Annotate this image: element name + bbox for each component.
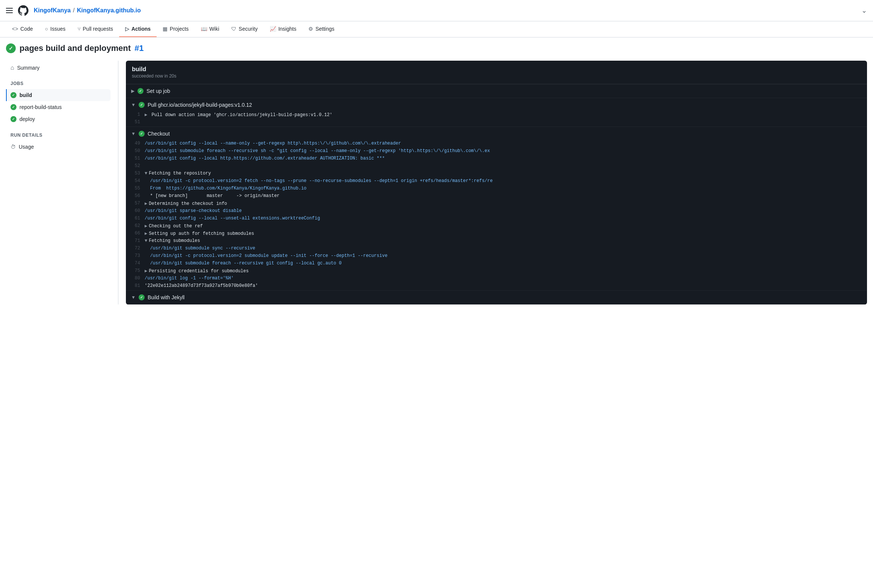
log-line[interactable]: 57 ▶Determining the checkout info [126, 200, 867, 208]
line-number: 53 [131, 171, 145, 176]
step-build-with-jekyll-header[interactable]: ▼ Build with Jekyll [126, 291, 867, 304]
log-line[interactable]: 53 ▼Fetching the repository [126, 170, 867, 178]
line-content: /usr/bin/git config --local http.https:/… [145, 156, 385, 161]
line-content: ▼Fetching the repository [145, 171, 211, 176]
line-content: /usr/bin/git submodule foreach --recursi… [145, 148, 490, 153]
log-line[interactable]: 55 From https://github.com/KingofKanya/K… [126, 185, 867, 193]
log-line[interactable]: 51 /usr/bin/git config --local http.http… [126, 155, 867, 163]
step-set-up-job-status [138, 88, 144, 94]
line-number: 80 [131, 276, 145, 281]
log-pane: build succeeded now in 20s ▶ Set up job … [126, 61, 867, 304]
projects-icon: ▦ [162, 26, 167, 32]
tab-code[interactable]: <> Code [6, 21, 39, 37]
step-set-up-job-header[interactable]: ▶ Set up job [126, 84, 867, 98]
log-line[interactable]: 54 /usr/bin/git -c protocol.version=2 fe… [126, 178, 867, 185]
tab-projects[interactable]: ▦ Projects [156, 21, 195, 37]
sidebar-job-build[interactable]: build [6, 89, 111, 101]
log-line[interactable]: 49 /usr/bin/git config --local --name-on… [126, 141, 867, 148]
line-number: 57 [131, 201, 145, 206]
log-line[interactable]: 50 /usr/bin/git submodule foreach --recu… [126, 148, 867, 155]
tab-settings[interactable]: ⚙ Settings [302, 21, 341, 37]
line-content: /usr/bin/git config --local --unset-all … [145, 216, 320, 221]
step-checkout: ▼ Checkout 49 /usr/bin/git config --loca… [126, 127, 867, 291]
log-line[interactable]: 66 ▶Setting up auth for fetching submodu… [126, 230, 867, 238]
sidebar-jobs-label: Jobs [6, 81, 111, 86]
step-checkout-header[interactable]: ▼ Checkout [126, 127, 867, 141]
log-line[interactable]: 73 /usr/bin/git -c protocol.version=2 su… [126, 253, 867, 260]
code-icon: <> [12, 26, 18, 32]
tab-wiki[interactable]: 📖 Wiki [195, 21, 225, 37]
tab-projects-label: Projects [170, 26, 189, 32]
step-checkout-name: Checkout [147, 131, 170, 137]
sidebar-job-report-label: report-build-status [20, 104, 62, 110]
log-line[interactable]: 60 /usr/bin/git sparse-checkout disable [126, 208, 867, 215]
tab-actions[interactable]: ▷ Actions [119, 21, 156, 37]
hamburger-menu[interactable] [6, 8, 13, 13]
step-pull-ghcr: ▼ Pull ghcr.io/actions/jekyll-build-page… [126, 98, 867, 127]
pull-requests-icon: ⑂ [78, 26, 81, 32]
log-line[interactable]: 62 ▶Checking out the ref [126, 223, 867, 230]
sidebar-summary[interactable]: ⌂ Summary [6, 61, 111, 75]
line-content: '22e02e112ab24897d73f73a927af5b970b0e80f… [145, 283, 258, 288]
workflow-status-icon [6, 44, 16, 53]
step-build-with-jekyll-chevron: ▼ [131, 295, 136, 300]
tab-insights[interactable]: 📈 Insights [264, 21, 302, 37]
job-deploy-status-icon [11, 116, 17, 122]
nav-tabs: <> Code ○ Issues ⑂ Pull requests ▷ Actio… [0, 21, 873, 38]
line-content: /usr/bin/git -c protocol.version=2 fetch… [145, 178, 493, 183]
log-line[interactable]: 75 ▶Persisting credentials for submodule… [126, 268, 867, 275]
github-logo [17, 4, 29, 16]
sidebar-usage[interactable]: ⏱ Usage [6, 141, 111, 153]
job-build-status-icon [11, 92, 17, 98]
repo-path: KingofKanya / KingofKanya.github.io [34, 7, 141, 14]
sidebar-job-deploy[interactable]: deploy [6, 113, 111, 125]
repo-name[interactable]: KingofKanya.github.io [77, 7, 141, 14]
log-line[interactable]: 80 /usr/bin/git log -1 --format='%H' [126, 275, 867, 283]
log-line[interactable]: 1 ▶ Pull down action image 'ghcr.io/acti… [126, 112, 867, 119]
sidebar-job-report-build-status[interactable]: report-build-status [6, 101, 111, 113]
log-build-title: build [132, 66, 861, 73]
insights-icon: 📈 [270, 26, 276, 32]
tab-pull-requests[interactable]: ⑂ Pull requests [72, 21, 119, 37]
line-content: From https://github.com/KingofKanya/King… [145, 186, 307, 191]
log-line[interactable]: 74 /usr/bin/git submodule foreach --recu… [126, 260, 867, 268]
repo-separator: / [73, 7, 75, 14]
line-number: 72 [131, 246, 145, 251]
line-number: 66 [131, 231, 145, 236]
log-line[interactable]: 71 ▼Fetching submodules [126, 238, 867, 245]
tab-code-label: Code [20, 26, 33, 32]
step-pull-ghcr-header[interactable]: ▼ Pull ghcr.io/actions/jekyll-build-page… [126, 98, 867, 112]
line-content: /usr/bin/git config --local --name-only … [145, 141, 401, 146]
line-number: 60 [131, 208, 145, 213]
tab-issues-label: Issues [50, 26, 65, 32]
line-content: /usr/bin/git submodule foreach --recursi… [145, 261, 342, 266]
tab-pull-requests-label: Pull requests [83, 26, 113, 32]
log-line[interactable]: 72 /usr/bin/git submodule sync --recursi… [126, 245, 867, 253]
topbar: KingofKanya / KingofKanya.github.io ⌄ [0, 0, 873, 21]
line-content: ▶Determining the checkout info [145, 201, 227, 206]
line-content: ▶Checking out the ref [145, 223, 203, 229]
log-line: 51 [126, 119, 867, 127]
repo-owner[interactable]: KingofKanya [34, 7, 71, 14]
run-details-label: Run details [6, 133, 111, 138]
tab-security-label: Security [239, 26, 258, 32]
line-number: 73 [131, 253, 145, 258]
line-number: 75 [131, 268, 145, 273]
house-icon: ⌂ [11, 64, 14, 71]
line-number: 49 [131, 141, 145, 146]
step-checkout-status [139, 131, 145, 137]
dropdown-icon[interactable]: ⌄ [861, 7, 867, 14]
topbar-right: ⌄ [861, 6, 867, 15]
workflow-run-number[interactable]: #1 [135, 44, 144, 53]
log-line: 81 '22e02e112ab24897d73f73a927af5b970b0e… [126, 283, 867, 290]
sidebar-job-deploy-label: deploy [20, 116, 35, 122]
tab-issues[interactable]: ○ Issues [39, 21, 72, 37]
line-number: 50 [131, 148, 145, 153]
line-number: 51 [131, 120, 145, 125]
log-header: build succeeded now in 20s [126, 61, 867, 84]
line-number: 74 [131, 261, 145, 266]
line-number: 71 [131, 238, 145, 243]
log-line[interactable]: 61 /usr/bin/git config --local --unset-a… [126, 215, 867, 223]
step-set-up-job-chevron: ▶ [131, 88, 135, 94]
tab-security[interactable]: 🛡 Security [225, 21, 264, 37]
